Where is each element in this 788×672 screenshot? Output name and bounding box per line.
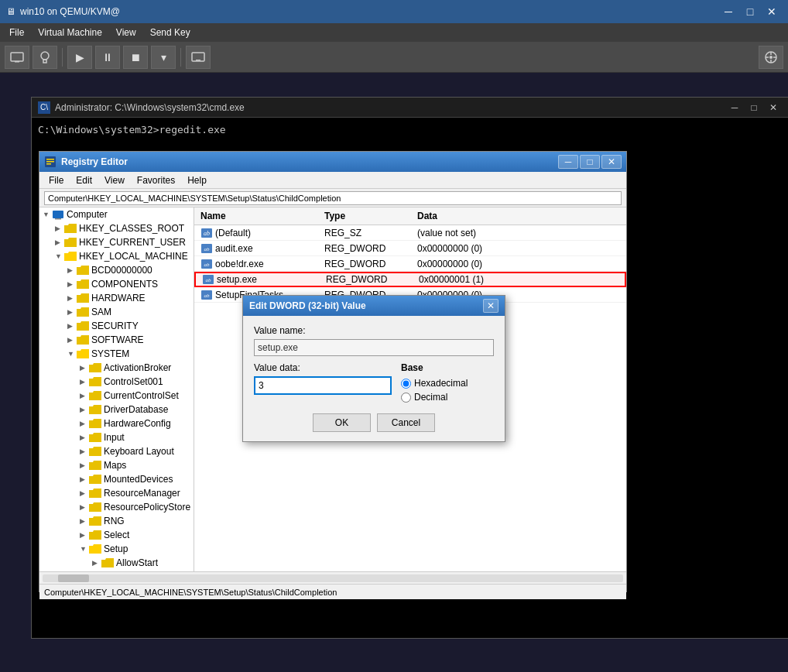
tree-item-activationbroker[interactable]: ▶ ActivationBroker: [77, 361, 194, 375]
tree-item-driverdatabase[interactable]: ▶ DriverDatabase: [77, 403, 194, 417]
regedit-title: Registry Editor: [61, 156, 128, 167]
tree-item-hkcr[interactable]: ▶ HKEY_CLASSES_ROOT: [52, 221, 194, 235]
value-row-default[interactable]: ab (Default) REG_SZ (value not set): [194, 225, 626, 241]
tree-label-software: SOFTWARE: [91, 334, 144, 345]
toolbar-vm-btn[interactable]: [186, 46, 211, 69]
toolbar-monitor-btn[interactable]: [5, 46, 29, 69]
folder-setup-icon: [89, 543, 101, 554]
radio-dec-input[interactable]: [401, 393, 411, 403]
toolbar-sep1: [62, 48, 63, 67]
tree-label-hkcu: HKEY_CURRENT_USER: [79, 237, 186, 248]
cell-name-setup: ab setup.exe: [196, 273, 320, 286]
computer-icon: [52, 209, 64, 220]
tree-label-bcd: BCD00000000: [91, 265, 152, 276]
regedit-menu-favorites[interactable]: Favorites: [131, 173, 181, 187]
regedit-menu-view[interactable]: View: [98, 173, 131, 187]
cell-name-oobe: ab oobe!dr.exe: [194, 258, 318, 270]
value-name-input[interactable]: [254, 339, 494, 356]
tree-item-sam[interactable]: ▶ SAM: [64, 305, 194, 319]
tree-item-components[interactable]: ▶ COMPONENTS: [64, 277, 194, 291]
cmd-minimize-btn[interactable]: ─: [725, 100, 744, 115]
tree-item-system[interactable]: ▼ SYSTEM: [64, 347, 194, 361]
value-row-audit[interactable]: ab audit.exe REG_DWORD 0x00000000 (0): [194, 241, 626, 256]
tree-item-computer[interactable]: ▼ Computer: [39, 207, 194, 221]
toolbar-play-btn[interactable]: ▶: [67, 46, 92, 69]
cmd-close-btn[interactable]: ✕: [764, 100, 783, 115]
qemu-menu-view[interactable]: View: [110, 26, 142, 39]
tree-item-currentcontrolset[interactable]: ▶ CurrentControlSet: [77, 389, 194, 403]
qemu-window: 🖥 win10 on QEMU/KVM@ ─ □ ✕ File Virtual …: [0, 0, 788, 73]
tree-item-controlset001[interactable]: ▶ ControlSet001: [77, 375, 194, 389]
tree-item-input[interactable]: ▶ Input: [77, 430, 194, 444]
tree-item-software[interactable]: ▶ SOFTWARE: [64, 333, 194, 347]
tree-label-setup: Setup: [104, 543, 128, 554]
dialog-ok-btn[interactable]: OK: [313, 413, 371, 432]
tree-item-allowstart[interactable]: ▶ AllowStart: [89, 556, 194, 570]
tree-item-rng[interactable]: ▶ RNG: [77, 514, 194, 528]
toolbar-pause-btn[interactable]: ⏸: [95, 46, 120, 69]
qemu-menu-sendkey[interactable]: Send Key: [144, 26, 197, 39]
tree-item-select[interactable]: ▶ Select: [77, 528, 194, 542]
folder-activationbroker-icon: [89, 362, 101, 373]
regedit-menu-file[interactable]: File: [43, 173, 70, 187]
col-header-type[interactable]: Type: [318, 209, 411, 223]
dialog-cancel-btn[interactable]: Cancel: [377, 413, 435, 432]
tree-item-resourcemanager[interactable]: ▶ ResourceManager: [77, 486, 194, 500]
dialog-titlebar: Edit DWORD (32-bit) Value ✕: [243, 296, 505, 316]
cell-name-audit: ab audit.exe: [194, 242, 318, 255]
tree-item-resourcepolicystore[interactable]: ▶ ResourcePolicyStore: [77, 500, 194, 514]
radio-hexadecimal[interactable]: Hexadecimal: [401, 378, 494, 389]
qemu-menu-virtualmachine[interactable]: Virtual Machine: [32, 26, 108, 39]
values-header: Name Type Data: [194, 207, 626, 225]
toolbar-stop-btn[interactable]: ⏹: [123, 46, 148, 69]
tree-item-hardware[interactable]: ▶ HARDWARE: [64, 291, 194, 305]
value-row-setup[interactable]: ab setup.exe REG_DWORD 0x00000001 (1): [194, 272, 626, 287]
cmd-maximize-btn[interactable]: □: [745, 100, 763, 115]
regedit-menu-help[interactable]: Help: [181, 173, 213, 187]
qemu-menu-file[interactable]: File: [3, 26, 30, 39]
regedit-menu-edit[interactable]: Edit: [70, 173, 98, 187]
tree-item-maps[interactable]: ▶ Maps: [77, 458, 194, 472]
regedit-tree[interactable]: ▼ Computer ▶ HKEY_CLASSES_ROOT ▶: [39, 207, 194, 571]
regedit-maximize-btn[interactable]: □: [580, 155, 600, 169]
col-header-name[interactable]: Name: [194, 209, 318, 223]
toolbar-dropdown-btn[interactable]: ▾: [151, 46, 176, 69]
tree-item-hkcu[interactable]: ▶ HKEY_CURRENT_USER: [52, 235, 194, 249]
tree-label-select: Select: [104, 530, 129, 540]
radio-dec-label: Decimal: [414, 392, 447, 403]
tree-item-hklm[interactable]: ▼ HKEY_LOCAL_MACHINE: [52, 249, 194, 263]
value-data-input[interactable]: [254, 376, 392, 395]
tree-item-security[interactable]: ▶ SECURITY: [64, 319, 194, 333]
regedit-titlebar: Registry Editor ─ □ ✕: [39, 152, 626, 172]
regedit-minimize-btn[interactable]: ─: [558, 155, 578, 169]
tree-item-mounteddevices[interactable]: ▶ MountedDevices: [77, 472, 194, 486]
toolbar-joystick-btn[interactable]: [759, 46, 783, 69]
svg-point-7: [769, 56, 773, 59]
qemu-minimize-btn[interactable]: ─: [718, 4, 738, 19]
regedit-close-btn[interactable]: ✕: [601, 155, 622, 169]
toolbar-bulb-btn[interactable]: [33, 46, 57, 69]
tree-item-keyboardlayout[interactable]: ▶ Keyboard Layout: [77, 444, 194, 458]
radio-decimal[interactable]: Decimal: [401, 392, 494, 403]
folder-components-icon: [77, 279, 89, 290]
value-row-oobe[interactable]: ab oobe!dr.exe REG_DWORD 0x00000000 (0): [194, 256, 626, 272]
qemu-maximize-btn[interactable]: □: [740, 4, 760, 19]
tree-label-kblayout: Keyboard Layout: [104, 446, 174, 457]
tree-item-bcd[interactable]: ▶ BCD00000000: [64, 263, 194, 277]
dialog-close-btn[interactable]: ✕: [483, 299, 498, 313]
tree-item-setup[interactable]: ▼ Setup: [77, 542, 194, 556]
value-name-label: Value name:: [254, 325, 494, 336]
radio-hex-input[interactable]: [401, 379, 411, 389]
qemu-close-btn[interactable]: ✕: [762, 4, 782, 19]
col-header-data[interactable]: Data: [411, 209, 626, 223]
folder-kblayout-icon: [89, 446, 101, 457]
folder-hklm-icon: [64, 251, 77, 262]
tree-label-ccs: CurrentControlSet: [104, 390, 179, 401]
tree-label-hwconfig: HardwareConfig: [104, 418, 171, 429]
regedit-address-input[interactable]: [44, 191, 622, 205]
cell-type-setup: REG_DWORD: [320, 273, 413, 286]
svg-rect-13: [46, 159, 54, 160]
tree-item-hardwareconfig[interactable]: ▶ HardwareConfig: [77, 417, 194, 430]
folder-security-icon: [77, 321, 89, 331]
regedit-hscroll[interactable]: [39, 571, 626, 584]
